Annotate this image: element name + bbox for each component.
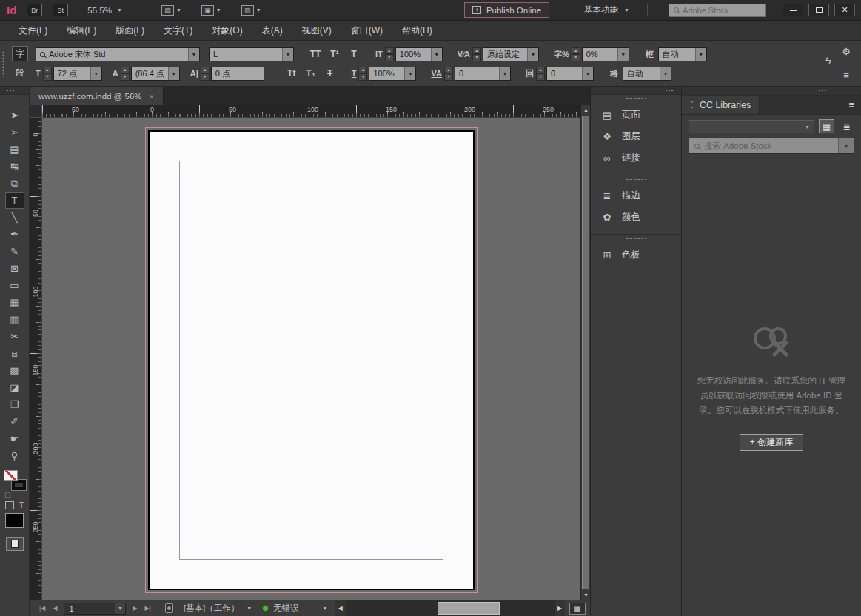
chevron-down-icon[interactable]: ▼	[404, 67, 415, 80]
grid-count-combo-2[interactable]: 自动 ▼	[623, 67, 671, 81]
font-size-stepper[interactable]: ▲▼	[43, 67, 52, 81]
arrange-documents-menu[interactable]: ▥ ▼	[241, 5, 261, 16]
adobe-stock-search-input[interactable]: Adobe Stock	[669, 4, 766, 17]
document-tab[interactable]: www.uzzf.com.indd @ 56% ×	[30, 87, 164, 105]
workspace-switcher[interactable]: 基本功能 ▼	[584, 4, 629, 16]
close-tab-icon[interactable]: ×	[150, 92, 154, 101]
leading-combo[interactable]: (86.4 点 ▼	[131, 67, 180, 81]
vertical-grid-tool[interactable]: ▥	[5, 311, 24, 328]
gradient-feather-tool[interactable]: ◪	[5, 379, 24, 396]
rectangle-tool[interactable]: ▭	[5, 277, 24, 294]
cc-panel-grip[interactable]	[682, 87, 861, 96]
menu-item[interactable]: 表(A)	[252, 24, 292, 37]
formatting-affects-text-icon[interactable]: T	[19, 501, 24, 509]
baseline-shift-stepper[interactable]: ▲▼	[201, 67, 210, 81]
pasteboard[interactable]	[42, 118, 580, 600]
vertical-scrollbar[interactable]: ▲ ▼	[580, 105, 590, 600]
line-tool[interactable]: ╲	[5, 209, 24, 226]
chevron-down-icon[interactable]: ▼	[660, 67, 671, 80]
underline-button[interactable]: T	[344, 47, 364, 61]
font-family-combo[interactable]: Adobe 宋体 Std ▼	[36, 47, 200, 61]
next-page-button[interactable]: ▶	[129, 605, 141, 612]
chevron-down-icon[interactable]: ▼	[838, 138, 854, 153]
subscript-button[interactable]: T₁	[301, 66, 321, 81]
frame-tool[interactable]: ⊠	[5, 260, 24, 277]
view-options-menu[interactable]: ▤ ▼	[161, 5, 181, 16]
chevron-down-icon[interactable]: ▼	[168, 67, 179, 80]
links-panel[interactable]: ∞链接	[591, 147, 681, 169]
formatting-affects-container-icon[interactable]	[5, 501, 14, 509]
last-page-button[interactable]: ▶|	[141, 605, 155, 612]
leading-stepper[interactable]: ▲▼	[121, 67, 130, 81]
character-rotation-combo[interactable]: 0 ▼	[546, 67, 594, 81]
first-page-button[interactable]: |◀	[36, 605, 49, 612]
horizontal-scroll-thumb[interactable]	[438, 602, 500, 615]
vertical-ruler[interactable]: 050100150200250	[30, 118, 42, 600]
character-formatting-button[interactable]: 字	[12, 46, 28, 61]
menu-item[interactable]: 对象(O)	[202, 24, 252, 37]
menu-item[interactable]: 版面(L)	[106, 24, 154, 37]
swap-fill-stroke-icon[interactable]: ❏	[5, 492, 24, 499]
vertical-scroll-thumb[interactable]	[582, 116, 589, 589]
page-number-combo[interactable]: 1 ▼	[64, 603, 126, 615]
chevron-down-icon[interactable]: ▼	[527, 48, 538, 61]
publish-online-button[interactable]: ↑ Publish Online	[464, 2, 549, 18]
gap-tool[interactable]: ↹	[5, 158, 24, 175]
baseline-shift-field[interactable]: 0 点	[211, 67, 264, 81]
free-transform-tool[interactable]: ⧈	[5, 345, 24, 362]
menu-item[interactable]: 文件(F)	[9, 24, 57, 37]
gear-icon[interactable]: ⚙	[842, 46, 851, 57]
tools-panel-grip[interactable]	[0, 87, 29, 95]
stroke-swatch[interactable]	[12, 480, 26, 490]
close-button[interactable]: ✕	[834, 4, 855, 16]
panel-collapse-icon[interactable]: ⌃⌄	[690, 102, 694, 108]
cc-libraries-tab[interactable]: ⌃⌄ CC Libraries	[682, 96, 760, 114]
scroll-left-arrow[interactable]: ◀	[335, 600, 346, 616]
chevron-down-icon[interactable]: ▼	[115, 603, 125, 614]
chevron-down-icon[interactable]: ▼	[499, 67, 510, 80]
swatches-panel[interactable]: ⊞色板	[591, 244, 681, 266]
panel-menu-icon[interactable]: ≡	[843, 70, 849, 81]
color-theme-tool[interactable]: ✐	[5, 413, 24, 430]
pencil-tool[interactable]: ✎	[5, 243, 24, 260]
tracking-combo[interactable]: 0 ▼	[455, 67, 511, 81]
horizontal-ruler[interactable]: 50050100150200250	[42, 105, 580, 118]
horizontal-grid-tool[interactable]: ▦	[5, 294, 24, 311]
proportional-spacing-stepper[interactable]: ▲▼	[572, 47, 580, 61]
selection-tool[interactable]: ➤	[5, 107, 24, 124]
stroke-panel[interactable]: ≣描边	[591, 185, 681, 207]
library-select-dropdown[interactable]	[689, 120, 814, 133]
pages-panel[interactable]: ▤页面	[591, 104, 681, 126]
page-tool[interactable]: ▤	[5, 141, 24, 158]
scissors-tool[interactable]: ✂	[5, 328, 24, 345]
font-size-combo[interactable]: 72 点 ▼	[53, 67, 102, 81]
list-view-button[interactable]: ≣	[839, 119, 854, 133]
chevron-down-icon[interactable]: ▼	[282, 48, 293, 61]
strikethrough-button[interactable]: T	[321, 66, 340, 81]
horizontal-scrollbar[interactable]: ◀ ▶ ▦	[335, 600, 590, 616]
vertical-scale-combo[interactable]: 100% ▼	[395, 47, 443, 61]
color-panel[interactable]: ✿颜色	[591, 207, 681, 228]
type-tool[interactable]: T	[5, 192, 24, 209]
pen-tool[interactable]: ✒	[5, 226, 24, 243]
chevron-down-icon[interactable]: ▼	[582, 67, 593, 80]
dock-collapse-grip[interactable]	[591, 87, 681, 95]
horizontal-scale-stepper[interactable]: ▲▼	[358, 67, 367, 81]
create-new-library-button[interactable]: + 创建新库	[740, 434, 803, 451]
direct-selection-tool[interactable]: ➢	[5, 124, 24, 141]
cc-search-input[interactable]: 搜索 Adobe Stock ▼	[689, 138, 854, 154]
kerning-stepper[interactable]: ▲▼	[472, 47, 481, 61]
hand-tool[interactable]: ☛	[5, 430, 24, 447]
chevron-down-icon[interactable]: ▼	[188, 48, 199, 61]
gradient-swatch-tool[interactable]: ▩	[5, 362, 24, 379]
screen-mode-button[interactable]	[6, 537, 24, 551]
vertical-scale-stepper[interactable]: ▲▼	[385, 47, 394, 61]
note-tool[interactable]: ❐	[5, 396, 24, 413]
apply-color-swatch[interactable]	[5, 513, 24, 528]
related-files-icon[interactable]: ▦	[569, 603, 586, 615]
previous-page-button[interactable]: ◀	[49, 605, 61, 612]
preflight-icon[interactable]	[165, 603, 173, 613]
small-caps-button[interactable]: Tt	[282, 66, 301, 81]
grid-view-button[interactable]: ▦	[819, 119, 834, 133]
scroll-right-arrow[interactable]: ▶	[555, 600, 565, 616]
